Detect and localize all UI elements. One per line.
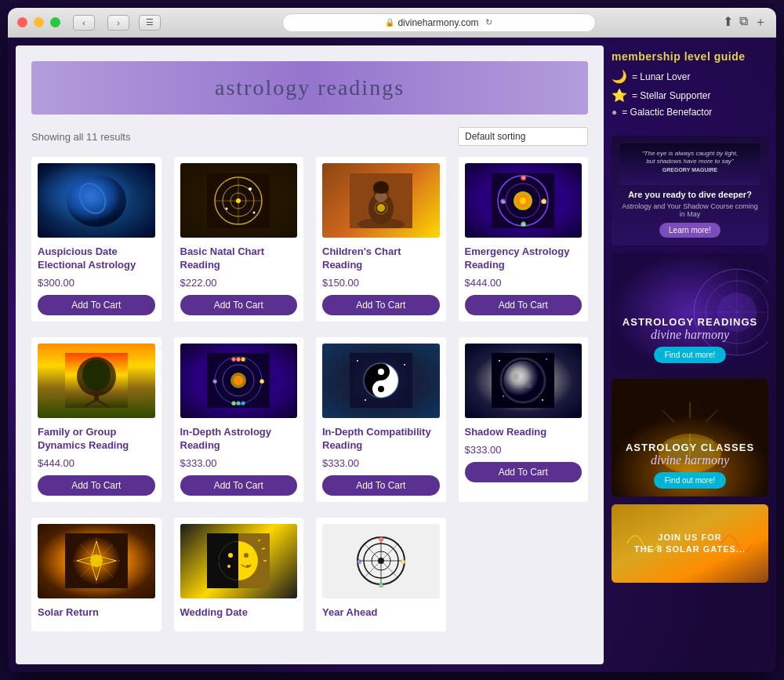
dive-subtitle: Astrology and Your Shadow Course coming … xyxy=(619,202,760,218)
svg-point-69 xyxy=(90,555,103,567)
product-price: $333.00 xyxy=(322,457,440,469)
results-count: Showing all 11 results xyxy=(31,131,130,143)
product-image-meditation[interactable] xyxy=(322,163,440,238)
product-image-astrocirc[interactable]: ♈ ♋ ♎ ♑ xyxy=(322,524,440,598)
stellar-icon: ⭐ xyxy=(612,88,627,103)
page-content: astrology readings Showing all 11 result… xyxy=(8,38,776,672)
dive-learn-more-button[interactable]: Learn more! xyxy=(659,223,720,238)
membership-item-lunar: 🌙 = Lunar Lover xyxy=(612,69,768,84)
product-name: In-Depth Compatibility Reading xyxy=(322,426,440,453)
product-image-zodiac2[interactable]: ♈♉♊ ♋ ♎♏♐ ♑ xyxy=(180,344,298,418)
forward-button[interactable]: › xyxy=(107,15,129,31)
product-grid-row3: Solar Return xyxy=(31,518,588,632)
readings-banner-container: ASTROLOGY READINGS divine harmony Find o… xyxy=(612,253,768,371)
add-to-cart-button[interactable]: Add To Cart xyxy=(180,475,298,496)
dive-quote: "The eye is always caught by light,but s… xyxy=(622,147,757,177)
product-image-galaxy[interactable] xyxy=(38,163,155,238)
address-bar[interactable]: 🔒 divineharmony.com ↻ xyxy=(282,13,596,32)
add-to-cart-button[interactable]: Add To Cart xyxy=(322,295,440,315)
svg-text:♑: ♑ xyxy=(357,559,362,565)
page-header: astrology readings xyxy=(31,61,588,115)
readings-find-out-button[interactable]: Find out more! xyxy=(654,347,726,363)
product-name: Year Ahead xyxy=(322,606,440,620)
product-price: $150.00 xyxy=(322,277,440,289)
close-button[interactable] xyxy=(17,17,27,27)
svg-text:♈: ♈ xyxy=(521,175,527,181)
membership-title: membership level guide xyxy=(612,50,768,63)
product-image-starburst[interactable] xyxy=(38,524,155,598)
svg-text:♈♉♊: ♈♉♊ xyxy=(231,357,246,362)
lunar-text: = Lunar Lover xyxy=(632,71,690,82)
svg-point-18 xyxy=(377,204,385,212)
reload-button[interactable]: ↻ xyxy=(485,17,492,27)
starburst-svg xyxy=(65,533,128,588)
svg-text:♋: ♋ xyxy=(541,198,547,205)
svg-point-47 xyxy=(404,364,405,365)
back-button[interactable]: ‹ xyxy=(73,15,95,31)
svg-point-57 xyxy=(542,399,543,401)
product-image-tree[interactable] xyxy=(38,344,155,418)
svg-text:♎: ♎ xyxy=(521,221,527,227)
product-image-zodiac[interactable]: ♈ ♋ ♎ ♑ xyxy=(465,163,583,238)
product-name: Emergency Astrology Reading xyxy=(465,245,583,272)
membership-item-stellar: ⭐ = Stellar Supporter xyxy=(612,88,768,103)
svg-point-8 xyxy=(236,198,241,203)
minimize-button[interactable] xyxy=(34,17,44,27)
moon-svg xyxy=(492,353,554,408)
share-icon[interactable]: ⬆ xyxy=(723,14,733,31)
membership-guide: membership level guide 🌙 = Lunar Lover ⭐… xyxy=(612,45,768,126)
maximize-button[interactable] xyxy=(50,17,60,27)
sidebar-toggle[interactable]: ☰ xyxy=(139,15,161,31)
product-price: $300.00 xyxy=(38,277,155,289)
svg-point-48 xyxy=(365,399,366,401)
stellar-text: = Stellar Supporter xyxy=(632,90,710,101)
product-card: In-Depth Compatibility Reading $333.00 A… xyxy=(316,337,446,502)
svg-point-17 xyxy=(373,181,389,194)
classes-find-out-button[interactable]: Find out more! xyxy=(654,472,726,489)
svg-text:♋: ♋ xyxy=(260,379,265,384)
duplicate-icon[interactable]: ⧉ xyxy=(739,14,748,31)
svg-point-79 xyxy=(227,565,230,568)
galactic-text: = Galactic Benefactor xyxy=(622,107,712,118)
empty-slot xyxy=(459,518,589,632)
product-card: ♈ ♋ ♎ ♑ Year Ahead xyxy=(316,518,446,632)
product-image-yin[interactable] xyxy=(322,344,440,418)
svg-point-51 xyxy=(378,386,384,392)
add-to-cart-button[interactable]: Add To Cart xyxy=(322,475,440,496)
starmap-svg xyxy=(207,173,270,228)
readings-banner: ASTROLOGY READINGS divine harmony Find o… xyxy=(612,253,768,371)
svg-point-58 xyxy=(503,361,543,400)
svg-point-99 xyxy=(626,144,628,146)
product-card: Family or Group Dynamics Reading $444.00… xyxy=(31,337,162,502)
product-image-sunmoon[interactable] xyxy=(180,524,298,598)
product-name: Family or Group Dynamics Reading xyxy=(38,426,155,453)
product-grid: Auspicious Date Electional Astrology $30… xyxy=(31,157,588,322)
add-to-cart-button[interactable]: Add To Cart xyxy=(465,295,583,315)
dive-deeper-banner: "The eye is always caught by light,but s… xyxy=(612,136,768,245)
svg-point-33 xyxy=(82,359,111,391)
svg-point-61 xyxy=(527,384,532,388)
main-content: astrology readings Showing all 11 result… xyxy=(16,45,604,664)
dive-banner-container: "The eye is always caught by light,but s… xyxy=(612,136,768,245)
add-to-cart-button[interactable]: Add To Cart xyxy=(38,475,155,496)
product-image-moon[interactable] xyxy=(465,344,583,418)
product-price: $444.00 xyxy=(465,277,583,289)
product-price: $333.00 xyxy=(465,444,583,456)
add-to-cart-button[interactable]: Add To Cart xyxy=(465,462,583,482)
add-to-cart-button[interactable]: Add To Cart xyxy=(180,295,298,315)
product-price: $333.00 xyxy=(180,457,298,469)
solar-text: JOIN US FORTHE 8 SOLAR GATES... xyxy=(634,532,746,556)
product-image-starmap[interactable] xyxy=(180,163,298,238)
galaxy-svg xyxy=(65,173,128,228)
readings-banner-subtitle: divine harmony xyxy=(651,328,729,342)
product-name: Shadow Reading xyxy=(465,426,583,439)
classes-banner-subtitle: divine harmony xyxy=(651,453,729,467)
solar-banner-container: JOIN US FORTHE 8 SOLAR GATES... xyxy=(612,504,768,583)
zodiac-svg: ♈ ♋ ♎ ♑ xyxy=(492,173,554,228)
plus-icon[interactable]: ＋ xyxy=(754,14,767,31)
add-to-cart-button[interactable]: Add To Cart xyxy=(38,295,155,315)
product-card: Wedding Date xyxy=(174,518,304,632)
galactic-icon: ● xyxy=(612,107,617,118)
sort-select[interactable]: Default sorting Sort by popularity Sort … xyxy=(458,127,588,146)
dive-banner-image: "The eye is always caught by light,but s… xyxy=(619,144,760,185)
